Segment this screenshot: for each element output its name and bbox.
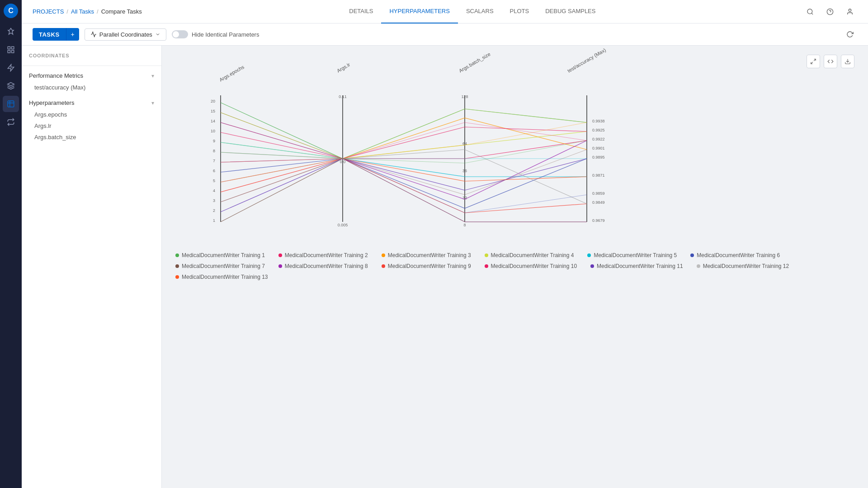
app-logo[interactable]: C: [4, 4, 18, 18]
legend-item-11: MedicalDocumentWriter Training 11: [590, 263, 683, 269]
legend-item-12: MedicalDocumentWriter Training 12: [697, 263, 789, 269]
line-extra-2: [221, 122, 587, 162]
tab-navigation: DETAILS HYPERPARAMETERS SCALARS PLOTS DE…: [341, 0, 604, 23]
tab-scalars[interactable]: SCALARS: [458, 0, 502, 23]
tick-acc-2: 0.9849: [592, 200, 605, 205]
performance-chevron-icon: ▾: [151, 73, 154, 79]
hide-identical-toggle[interactable]: [172, 30, 188, 38]
legend-item-6: MedicalDocumentWriter Training 6: [690, 252, 780, 258]
sidebar: COORDINATES Performance Metrics ▾ test/a…: [22, 46, 162, 488]
app-container: C PROJECTS / All Tasks / Compa: [0, 0, 868, 488]
toggle-label: Hide Identical Parameters: [192, 31, 259, 38]
svg-line-11: [814, 59, 816, 61]
tick-epochs-20: 20: [211, 99, 215, 103]
hyperparameters-label: Hyperparameters: [29, 99, 74, 106]
line-training-13: [221, 159, 587, 192]
tick-epochs-3: 3: [213, 198, 215, 203]
tab-debug[interactable]: DEBUG SAMPLES: [537, 0, 604, 23]
axis-label-batch-size: Args.batch_size: [458, 51, 491, 74]
sidebar-performance-metrics[interactable]: Performance Metrics ▾: [22, 70, 161, 82]
refresh-icon[interactable]: [843, 27, 857, 42]
tick-epochs-9: 9: [213, 139, 215, 143]
legend-item-3: MedicalDocumentWriter Training 3: [382, 252, 471, 258]
svg-rect-2: [8, 51, 10, 53]
header-actions: [803, 5, 857, 19]
tick-epochs-5: 5: [213, 178, 215, 183]
tick-epochs-6: 6: [213, 169, 215, 173]
line-extra-6: [221, 159, 587, 202]
tab-hyperparameters[interactable]: HYPERPARAMETERS: [381, 0, 458, 23]
svg-marker-5: [8, 83, 14, 86]
download-icon[interactable]: [841, 55, 854, 68]
tick-epochs-2: 2: [213, 208, 215, 213]
breadcrumb: PROJECTS / All Tasks / Compare Tasks: [33, 8, 142, 15]
tick-epochs-1: 1: [213, 218, 215, 223]
sidebar-args-batch-size[interactable]: Args.batch_size: [22, 131, 161, 143]
breadcrumb-sep1: /: [66, 8, 68, 15]
svg-rect-3: [12, 51, 14, 53]
icon-rail: C: [0, 0, 22, 488]
breadcrumb-sep2: /: [97, 8, 99, 15]
tick-acc-min: 0.9679: [592, 218, 605, 223]
sidebar-hyperparameters[interactable]: Hyperparameters ▾: [22, 97, 161, 109]
breadcrumb-projects[interactable]: PROJECTS: [33, 8, 64, 15]
tasks-button[interactable]: TASKS: [33, 28, 66, 41]
line-extra-4: [221, 109, 587, 159]
content-area: COORDINATES Performance Metrics ▾ test/a…: [22, 46, 868, 488]
breadcrumb-all-tasks[interactable]: All Tasks: [71, 8, 94, 15]
nav-lightning[interactable]: [3, 60, 19, 76]
tick-batch-36: 36: [462, 169, 467, 173]
nav-pipelines[interactable]: [3, 114, 19, 130]
nav-rocket[interactable]: [3, 23, 19, 40]
view-dropdown[interactable]: Parallel Coordinates: [85, 28, 166, 41]
line-training-11: [221, 159, 587, 212]
sidebar-section-title: COORDINATES: [22, 53, 161, 62]
tick-lr-max: 0.11: [339, 94, 347, 99]
legend-item-4: MedicalDocumentWriter Training 4: [485, 252, 574, 258]
code-icon[interactable]: [824, 55, 837, 68]
sidebar-args-lr[interactable]: Args.lr: [22, 120, 161, 131]
tick-acc-8: 0.9925: [592, 128, 605, 132]
legend-item-8: MedicalDocumentWriter Training 8: [278, 263, 368, 269]
top-header: PROJECTS / All Tasks / Compare Tasks DET…: [22, 0, 868, 23]
line-extra-5: [221, 122, 587, 192]
tab-plots[interactable]: PLOTS: [502, 0, 538, 23]
search-icon[interactable]: [803, 5, 817, 19]
nav-experiments[interactable]: [3, 96, 19, 112]
axis-label-test-accuracy: test/accuracy (Max): [566, 47, 607, 73]
view-label: Parallel Coordinates: [99, 31, 152, 38]
help-icon[interactable]: [823, 5, 837, 19]
chart-toolbar: [807, 55, 854, 68]
tab-details[interactable]: DETAILS: [341, 0, 381, 23]
sidebar-args-epochs[interactable]: Args.epochs: [22, 109, 161, 120]
tick-epochs-15: 15: [211, 109, 215, 113]
toggle-knob: [173, 31, 179, 38]
expand-icon[interactable]: [807, 55, 820, 68]
svg-line-12: [811, 62, 813, 64]
tick-acc-5: 0.9895: [592, 155, 605, 160]
toggle-group: Hide Identical Parameters: [172, 30, 259, 38]
hyperparameters-chevron-icon: ▾: [151, 100, 154, 106]
add-task-button[interactable]: +: [66, 28, 79, 41]
tick-acc-7: 0.9922: [592, 137, 605, 141]
nav-grid[interactable]: [3, 42, 19, 58]
tick-acc-6: 0.9901: [592, 146, 605, 150]
tick-lr-mid: 0.0: [340, 160, 346, 164]
svg-point-10: [849, 9, 851, 11]
legend-item-7: MedicalDocumentWriter Training 7: [175, 263, 265, 269]
legend-item-9: MedicalDocumentWriter Training 9: [382, 263, 471, 269]
user-icon[interactable]: [843, 5, 857, 19]
chart-legend: MedicalDocumentWriter Training 1MedicalD…: [175, 252, 854, 280]
main-area: PROJECTS / All Tasks / Compare Tasks DET…: [22, 0, 868, 488]
svg-rect-0: [8, 47, 10, 49]
legend-item-5: MedicalDocumentWriter Training 5: [587, 252, 677, 258]
nav-layers[interactable]: [3, 78, 19, 94]
axis-label-epochs: Args.epochs: [218, 64, 245, 83]
line-training-1: [221, 103, 587, 159]
legend-item-10: MedicalDocumentWriter Training 10: [485, 263, 577, 269]
svg-rect-1: [12, 47, 14, 49]
divider-1: [22, 66, 161, 66]
tick-batch-max: 128: [461, 94, 468, 99]
sidebar-test-accuracy[interactable]: test/accuracy (Max): [22, 82, 161, 93]
tick-acc-max: 0.9938: [592, 119, 605, 123]
